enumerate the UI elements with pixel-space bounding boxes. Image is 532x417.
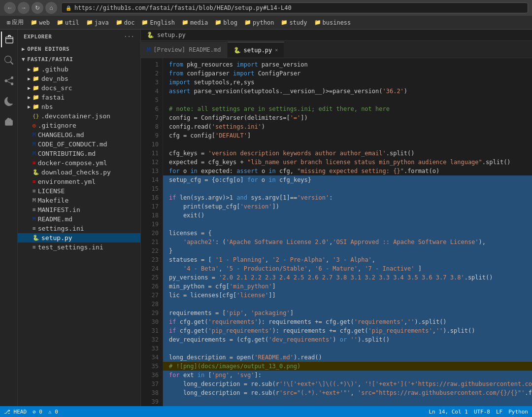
folder-icon: 📁 bbox=[57, 19, 64, 26]
address-bar[interactable]: 🔒 https://github1s.com/fastai/fastai/blo… bbox=[61, 2, 528, 13]
line-number: 10 bbox=[141, 140, 159, 149]
sidebar-item-settings[interactable]: ▶ ≡ settings.ini bbox=[18, 224, 140, 233]
sidebar-item-github[interactable]: ▶ 📁 .github bbox=[18, 65, 140, 74]
tab-close-button[interactable]: × bbox=[275, 47, 278, 53]
sidebar-item-fastai[interactable]: ▶ 📁 fastai bbox=[18, 93, 140, 102]
code-line: if cfg.get('pip_requirements'): requirem… bbox=[163, 326, 532, 335]
sidebar-item-label: CHANGELOG.md bbox=[38, 131, 140, 139]
search-activity-icon[interactable] bbox=[1, 52, 17, 68]
breadcrumb-bar: 🐍 setup.py bbox=[141, 30, 532, 41]
debug-activity-icon[interactable] bbox=[1, 94, 17, 109]
code-line bbox=[163, 184, 532, 193]
tab-readme[interactable]: M [Preview] README.md bbox=[141, 42, 228, 58]
sidebar-item-environment[interactable]: ▶ ≡ environment.yml bbox=[18, 177, 140, 186]
code-line: requirements = ['pip', 'packaging'] bbox=[163, 309, 532, 317]
forward-button[interactable]: → bbox=[18, 2, 30, 14]
refresh-button[interactable]: ↻ bbox=[32, 2, 43, 14]
code-line: config = ConfigParser(delimiters=['=']) bbox=[169, 113, 532, 122]
code-line: long_description = re.sub(r'!\['+ext+'\]… bbox=[163, 380, 532, 388]
sidebar-item-contributing[interactable]: ▶ M CONTRIBUTING.md bbox=[18, 149, 140, 158]
explorer-activity-icon[interactable] bbox=[1, 32, 17, 47]
code-line: import setuptools,re,sys bbox=[169, 78, 532, 87]
project-section[interactable]: ▼ FASTAI/FASTAI bbox=[18, 54, 140, 65]
code-line: for ext in ['png', 'svg']: bbox=[163, 371, 532, 380]
sidebar-item-manifest[interactable]: ▶ ≡ MANIFEST.in bbox=[18, 205, 140, 214]
sidebar-item-setuppy[interactable]: ▶ 🐍 setup.py bbox=[18, 233, 140, 243]
code-line bbox=[163, 220, 532, 229]
line-number: 8 bbox=[141, 122, 159, 131]
bookmark-study[interactable]: 📁 study bbox=[278, 18, 310, 27]
line-number: 29 bbox=[141, 309, 159, 317]
code-line: } bbox=[163, 246, 532, 255]
back-button[interactable]: ← bbox=[4, 2, 16, 14]
folder-icon: 📁 bbox=[314, 19, 321, 26]
git-branch-status[interactable]: ⎇ HEAD bbox=[4, 409, 27, 415]
sidebar-item-gitignore[interactable]: ▶ ◎ .gitignore bbox=[18, 121, 140, 130]
folder-icon: 📁 bbox=[281, 19, 288, 26]
tab-setuppy[interactable]: 🐍 setup.py × bbox=[228, 42, 285, 58]
code-line: exit() bbox=[163, 211, 532, 220]
sidebar-item-testsettings[interactable]: ▶ ≡ test_settings.ini bbox=[18, 243, 140, 252]
sidebar-item-devcontainer[interactable]: ▶ {} .devcontainer.json bbox=[18, 111, 140, 121]
line-number: 13 bbox=[141, 167, 159, 175]
sidebar-item-nbs[interactable]: ▶ 📁 nbs bbox=[18, 102, 140, 111]
chevron-right-icon: ▶ bbox=[28, 85, 31, 91]
line-number: 28 bbox=[141, 300, 159, 309]
extensions-activity-icon[interactable] bbox=[1, 114, 17, 130]
sidebar-item-makefile[interactable]: ▶ M Makefile bbox=[18, 196, 140, 205]
sidebar-more-options[interactable]: ··· bbox=[124, 34, 134, 40]
txt-file-icon: ≡ bbox=[33, 188, 36, 194]
yaml-file-icon: ≡ bbox=[33, 160, 36, 166]
bookmark-doc[interactable]: 📁 doc bbox=[113, 18, 138, 27]
folder-icon: 📁 bbox=[33, 85, 39, 91]
line-number: 38 bbox=[141, 388, 159, 397]
bookmark-blog[interactable]: 📁 blog bbox=[212, 18, 240, 27]
bookmark-util[interactable]: 📁 util bbox=[54, 18, 82, 27]
code-line: from configparser import ConfigParser bbox=[169, 69, 532, 78]
home-button[interactable]: ⌂ bbox=[45, 2, 57, 14]
bookmark-web[interactable]: 📁 web bbox=[28, 18, 53, 27]
bookmark-media[interactable]: 📁 media bbox=[179, 18, 211, 27]
open-editors-section[interactable]: ▶ OPEN EDITORS bbox=[18, 44, 140, 54]
code-content[interactable]: from pkg_resources import parse_versionf… bbox=[163, 58, 532, 406]
encoding-status: UTF-8 bbox=[474, 409, 490, 415]
line-numbers: 1234567891011121314151617181920212223242… bbox=[141, 58, 163, 406]
line-number: 1 bbox=[141, 60, 159, 69]
sidebar-item-downloadchecks[interactable]: ▶ 🐍 download_checks.py bbox=[18, 168, 140, 177]
code-line: # note: all settings are in settings.ini… bbox=[169, 104, 532, 113]
code-line: assert parse_version(setuptools.__versio… bbox=[169, 87, 532, 96]
sidebar-item-license[interactable]: ▶ ≡ LICENSE bbox=[18, 186, 140, 196]
language-status: Python bbox=[508, 409, 528, 415]
sidebar-item-docssrc[interactable]: ▶ 📁 docs_src bbox=[18, 83, 140, 93]
ini-file-icon: ≡ bbox=[33, 225, 36, 232]
json-file-icon: {} bbox=[33, 113, 39, 119]
sidebar-item-label: CODE_OF_CONDUCT.md bbox=[38, 140, 140, 148]
sidebar-item-label: .devcontainer.json bbox=[41, 112, 140, 120]
sidebar-item-label: .github bbox=[41, 66, 140, 73]
sidebar-item-label: settings.ini bbox=[38, 225, 140, 232]
sidebar-item-readme[interactable]: ▶ M README.md bbox=[18, 214, 140, 224]
code-line: statuses = [ '1 - Planning', '2 - Pre-Al… bbox=[163, 255, 532, 264]
line-ending-status: LF bbox=[496, 409, 502, 415]
code-line bbox=[163, 397, 532, 406]
sidebar-item-dockercompose[interactable]: ▶ ≡ docker-compose.yml bbox=[18, 158, 140, 168]
bookmark-python[interactable]: 📁 python bbox=[241, 18, 277, 27]
sidebar-item-changelog[interactable]: ▶ M CHANGELOG.md bbox=[18, 130, 140, 139]
line-number: 25 bbox=[141, 273, 159, 282]
md-file-icon: M bbox=[33, 141, 36, 147]
vscode-main: EXPLORER ··· ▶ OPEN EDITORS ▼ FASTAI/FAS… bbox=[0, 30, 532, 406]
sidebar-item-codeofconduct[interactable]: ▶ M CODE_OF_CONDUCT.md bbox=[18, 139, 140, 149]
line-number: 15 bbox=[141, 184, 159, 193]
folder-icon: 📁 bbox=[33, 66, 39, 72]
sidebar-item-devnbs[interactable]: ▶ 📁 dev_nbs bbox=[18, 74, 140, 83]
bookmark-apps[interactable]: ⊞ 应用 bbox=[4, 17, 27, 28]
bookmark-english[interactable]: 📁 English bbox=[138, 18, 178, 27]
folder-icon: 📁 bbox=[33, 104, 39, 110]
scm-activity-icon[interactable] bbox=[1, 73, 17, 89]
folder-icon: 📁 bbox=[33, 94, 39, 101]
folder-icon: 📁 bbox=[86, 19, 93, 26]
bookmark-business[interactable]: 📁 business bbox=[311, 18, 354, 27]
bookmark-java[interactable]: 📁 java bbox=[83, 18, 112, 27]
editor-area: 🐍 setup.py M [Preview] README.md 🐍 setup… bbox=[141, 30, 532, 406]
code-line: cfg = config['DEFAULT'] bbox=[169, 131, 532, 140]
